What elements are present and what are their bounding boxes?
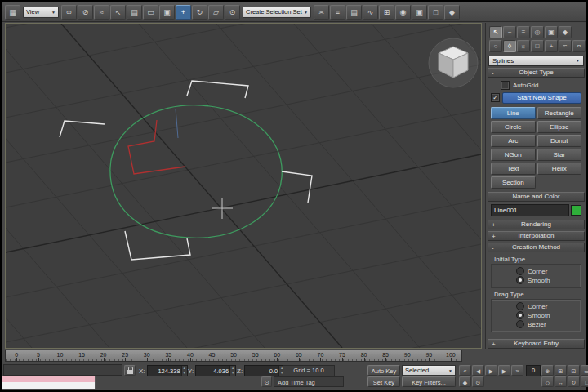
timeline-tick[interactable]: 25: [114, 350, 136, 361]
timeline-tick[interactable]: 20: [92, 350, 114, 361]
schematic-flow-icon[interactable]: ⊞: [379, 5, 394, 20]
tab-create[interactable]: ↖: [489, 26, 502, 38]
timeline-tick[interactable]: 95: [418, 350, 440, 361]
use-pivot-center-icon[interactable]: ⊙: [225, 5, 240, 20]
tab-motion[interactable]: ◎: [531, 26, 544, 38]
bind-to-space-warp-icon[interactable]: ≈: [94, 5, 109, 20]
object-type-arc-button[interactable]: Arc: [491, 135, 536, 147]
maxscript-listener-input[interactable]: [2, 376, 96, 382]
timeline-tick[interactable]: 90: [396, 350, 418, 361]
zoom-region-icon[interactable]: ▭: [581, 365, 588, 376]
timeline-tick[interactable]: 70: [310, 350, 332, 361]
radio-smooth[interactable]: Smooth: [516, 276, 581, 285]
current-frame-field[interactable]: 0: [526, 365, 541, 376]
layer-manager-icon[interactable]: ▤: [346, 5, 362, 20]
play-button[interactable]: ▶: [485, 365, 497, 376]
category-cameras[interactable]: □: [531, 40, 544, 52]
start-new-shape-button[interactable]: Start New Shape: [502, 92, 581, 104]
set-key-button[interactable]: Set Key: [368, 376, 400, 387]
timeline-tick[interactable]: 65: [288, 350, 310, 361]
rollout-creation-method[interactable]: - Creation Method: [488, 243, 585, 252]
z-field[interactable]: 0.0: [244, 365, 285, 376]
perspective-viewport[interactable]: [5, 23, 482, 349]
render-production-icon[interactable]: ◆: [444, 5, 460, 20]
category-lights[interactable]: ☼: [517, 40, 530, 52]
zoom-icon[interactable]: ⊕: [541, 365, 554, 376]
time-configuration-button[interactable]: ⊙: [472, 376, 484, 387]
unlink-selection-icon[interactable]: ⊘: [78, 5, 93, 20]
timeline-tick[interactable]: 5: [28, 350, 50, 361]
tab-utilities[interactable]: ◆: [559, 26, 572, 38]
align-icon[interactable]: ≡: [330, 5, 345, 20]
object-type-text-button[interactable]: Text: [491, 163, 536, 175]
zoom-all-icon[interactable]: ⊞: [555, 365, 567, 376]
pan-icon[interactable]: ↔: [555, 376, 567, 387]
object-type-helix-button[interactable]: Helix: [537, 163, 582, 175]
select-and-rotate-icon[interactable]: ↻: [192, 5, 207, 20]
key-filters-button[interactable]: Key Filters...: [402, 376, 456, 387]
rollout-object-type[interactable]: - Object Type: [488, 68, 585, 78]
rendered-frame-window-icon[interactable]: □: [428, 5, 443, 20]
object-type-star-button[interactable]: Star: [537, 149, 582, 161]
category-space-warps[interactable]: ≈: [559, 40, 572, 52]
start-new-shape-checkbox[interactable]: [491, 93, 500, 102]
timeline-tick[interactable]: 45: [201, 350, 223, 361]
maxscript-listener-output[interactable]: [2, 382, 96, 389]
previous-frame-button[interactable]: ◀: [472, 365, 484, 376]
schematic-view-icon[interactable]: ▦: [5, 5, 20, 20]
auto-key-button[interactable]: Auto Key: [368, 365, 400, 376]
select-by-name-icon[interactable]: ▤: [127, 5, 142, 20]
timeline-tick[interactable]: 80: [353, 350, 375, 361]
timeline-tick[interactable]: 75: [332, 350, 354, 361]
object-type-ellipse-button[interactable]: Ellipse: [537, 121, 582, 133]
next-frame-button[interactable]: ▶: [498, 365, 510, 376]
category-systems[interactable]: ¤: [572, 40, 586, 52]
radio-bezier[interactable]: Bezier: [516, 320, 581, 329]
rollout-interpolation[interactable]: + Interpolation: [488, 231, 585, 241]
time-tag-clock-icon[interactable]: ⊙: [261, 376, 272, 387]
render-setup-icon[interactable]: ▣: [412, 5, 427, 20]
maximize-viewport-icon[interactable]: □: [581, 376, 588, 387]
orbit-icon[interactable]: ↻: [568, 376, 580, 387]
field-of-view-icon[interactable]: ◇: [541, 376, 554, 387]
timeline-tick[interactable]: 100: [440, 350, 462, 361]
select-and-scale-icon[interactable]: ▱: [208, 5, 224, 20]
timeline-tick[interactable]: 30: [136, 350, 158, 361]
add-time-tag[interactable]: Add Time Tag: [274, 376, 344, 387]
selection-lock-icon[interactable]: [124, 365, 136, 376]
timeline-tick[interactable]: 85: [375, 350, 397, 361]
key-mode-toggle-button[interactable]: ◆: [459, 376, 471, 387]
rollout-keyboard-entry[interactable]: + Keyboard Entry: [488, 339, 585, 349]
curve-editor-icon[interactable]: ∿: [363, 5, 378, 20]
object-name-field[interactable]: Line001: [491, 204, 569, 216]
y-field[interactable]: -4.036: [195, 365, 236, 376]
spline-object[interactable]: [110, 105, 282, 238]
tab-display[interactable]: ▣: [545, 26, 558, 38]
object-type-rectangle-button[interactable]: Rectangle: [537, 107, 582, 119]
radio-smooth[interactable]: Smooth: [516, 311, 581, 320]
object-type-donut-button[interactable]: Donut: [537, 135, 582, 147]
category-helpers[interactable]: +: [545, 40, 558, 52]
rollout-name-and-color[interactable]: - Name and Color: [488, 192, 585, 202]
timeline-tick[interactable]: 35: [158, 350, 180, 361]
rectangular-selection-icon[interactable]: ▭: [143, 5, 158, 20]
splines-dropdown[interactable]: Splines ▼: [488, 56, 584, 66]
object-type-circle-button[interactable]: Circle: [491, 121, 536, 133]
timeline-tick[interactable]: 0: [6, 350, 28, 361]
object-type-line-button[interactable]: Line: [491, 107, 536, 119]
view-dropdown[interactable]: View▼: [23, 7, 59, 18]
radio-corner[interactable]: Corner: [516, 267, 581, 276]
timeline-tick[interactable]: 50: [223, 350, 245, 361]
x-field[interactable]: 124.338: [147, 365, 188, 376]
radio-corner[interactable]: Corner: [516, 302, 581, 311]
window-crossing-icon[interactable]: ▣: [159, 5, 175, 20]
object-type-ngon-button[interactable]: NGon: [491, 149, 536, 161]
timeline-tick[interactable]: 40: [180, 350, 202, 361]
tab-modify[interactable]: ~: [503, 26, 516, 38]
selection-set-dropdown[interactable]: Create Selection Set▼: [243, 7, 311, 18]
timeline-tick[interactable]: 55: [244, 350, 266, 361]
object-color-swatch[interactable]: [571, 205, 581, 216]
tab-hierarchy[interactable]: ≡: [517, 26, 530, 38]
category-shapes[interactable]: ◊: [503, 40, 516, 52]
timeline-ruler[interactable]: 0510152025303540455055606570758085909510…: [5, 350, 462, 362]
